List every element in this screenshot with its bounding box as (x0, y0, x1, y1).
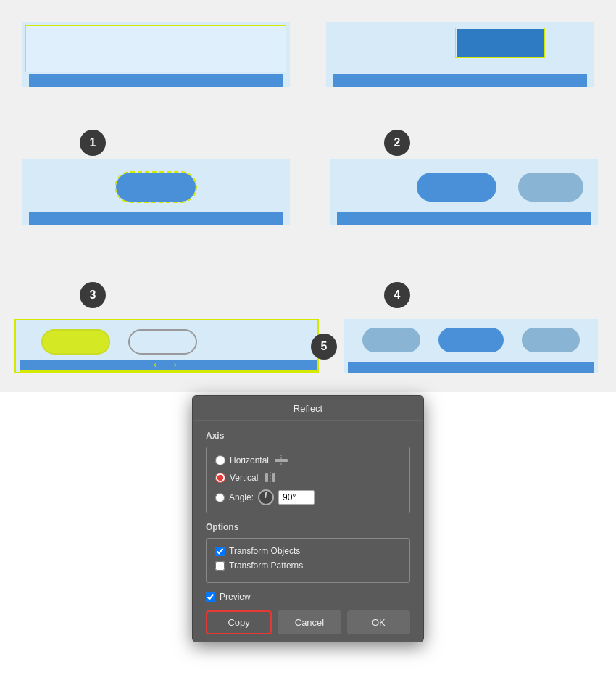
step2-diagram (326, 22, 594, 87)
step5-diagram: ⟵⟶ (14, 319, 319, 373)
svg-rect-3 (272, 473, 275, 482)
transform-patterns-checkbox[interactable] (215, 561, 225, 571)
angle-input[interactable] (278, 490, 315, 505)
svg-rect-2 (265, 473, 268, 482)
transform-patterns-label: Transform Patterns (229, 560, 303, 571)
vertical-reflect-icon (262, 472, 278, 484)
step5r-bump1 (362, 328, 420, 352)
angle-radio[interactable] (215, 493, 225, 502)
step3-diagram (22, 160, 290, 225)
horizontal-radio-label: Horizontal (230, 455, 269, 465)
copy-button[interactable]: Copy (206, 610, 272, 634)
step4-area: 4 (319, 160, 609, 268)
step1-diagram (22, 22, 290, 87)
step4-badge: 4 (384, 282, 410, 308)
step5r-area (344, 319, 605, 384)
step4-bar (337, 212, 591, 225)
step5r-bar (348, 362, 594, 373)
vertical-radio[interactable] (215, 473, 225, 483)
options-label: Options (206, 522, 410, 532)
preview-checkbox[interactable] (206, 592, 215, 602)
step3-badge: 3 (80, 282, 106, 308)
step3-bar (29, 212, 283, 225)
reflect-dialog: Reflect Axis Horizontal Vertical (192, 395, 424, 642)
step2-bar (333, 74, 587, 87)
horizontal-radio-row[interactable]: Horizontal (215, 455, 401, 466)
step2-badge: 2 (384, 130, 410, 156)
options-section-box: Transform Objects Transform Patterns (206, 538, 410, 583)
horizontal-radio[interactable] (215, 455, 225, 465)
axis-label: Axis (206, 431, 410, 441)
step5-badge: 5 (311, 334, 337, 360)
angle-row[interactable]: Angle: (215, 489, 401, 505)
dialog-buttons: Copy Cancel OK (206, 610, 410, 634)
cancel-button[interactable]: Cancel (278, 610, 341, 634)
dialog-body: Axis Horizontal Vertical (193, 420, 423, 642)
dialog-title: Reflect (193, 396, 423, 420)
step5-bump-mid (128, 329, 197, 355)
angle-label: Angle: (229, 492, 254, 502)
step4-diagram (330, 160, 598, 225)
transform-objects-row[interactable]: Transform Objects (215, 546, 401, 556)
step5r-bump3 (522, 328, 580, 352)
step5r-diagram (344, 319, 598, 373)
step1-badge: 1 (80, 130, 106, 156)
transform-objects-checkbox[interactable] (215, 547, 225, 556)
step4-bump (417, 173, 496, 202)
vertical-radio-row[interactable]: Vertical (215, 472, 401, 484)
step3-area: 3 (14, 160, 297, 268)
step3-bump-outline (115, 171, 197, 203)
step2-selection-box (455, 28, 545, 58)
step2-area: 2 (319, 22, 602, 116)
options-section: Options Transform Objects Transform Patt… (206, 522, 410, 583)
step4-bump2 (518, 173, 583, 202)
vertical-radio-label: Vertical (230, 473, 258, 483)
step1-area: 1 (14, 22, 297, 116)
step1-bar (29, 74, 283, 87)
step5-bump-left (41, 329, 110, 355)
step5-area: ⟵⟶ 5 (14, 319, 348, 388)
axis-section: Horizontal Vertical Angle: (206, 447, 410, 513)
angle-clock-icon (258, 489, 274, 505)
step1-selection-box (25, 25, 286, 72)
transform-patterns-row[interactable]: Transform Patterns (215, 560, 401, 571)
step5r-bump2 (438, 328, 504, 352)
horizontal-reflect-icon (273, 455, 289, 466)
preview-row[interactable]: Preview (206, 592, 410, 602)
transform-objects-label: Transform Objects (229, 546, 300, 556)
ok-button[interactable]: OK (347, 610, 410, 634)
step5-arrow: ⟵⟶ (154, 360, 177, 370)
preview-label: Preview (220, 592, 251, 602)
